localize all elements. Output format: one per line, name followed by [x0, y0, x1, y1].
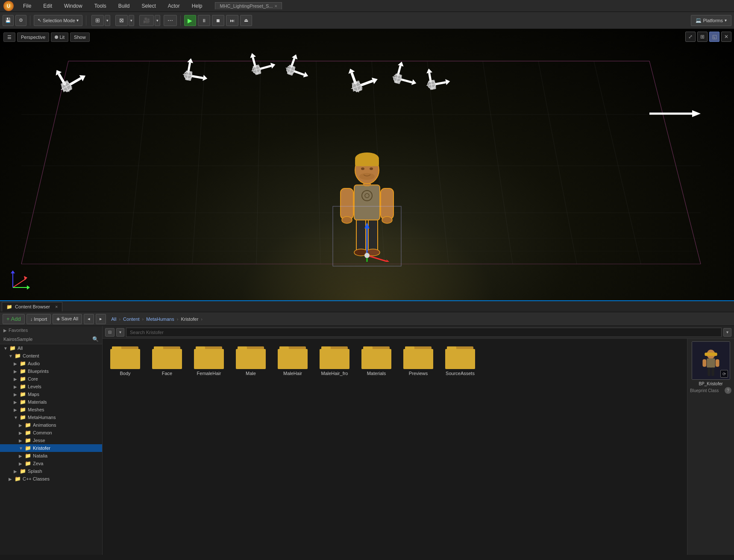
menu-edit[interactable]: Edit [41, 2, 55, 10]
pause-btn[interactable]: ⏸ [198, 15, 210, 26]
asset-help-btn[interactable]: ? [725, 387, 731, 394]
svg-rect-92 [381, 188, 393, 219]
folder-body[interactable]: Body [107, 343, 144, 378]
filter-options-btn[interactable]: ⊟ [105, 328, 115, 337]
tree-item-materials[interactable]: ▶ 📁 Materials [0, 398, 102, 406]
viewport[interactable]: ☰ Perspective Lit Show ⤢ ⊞ ◱ ✕ [0, 29, 734, 300]
folder-face[interactable]: Face [149, 343, 185, 378]
tree-item-kristofer[interactable]: ▼ 📁 Kristofer [0, 444, 102, 452]
nav-fwd-btn[interactable]: ▸ [96, 314, 106, 324]
more-btn[interactable]: ⋯ [164, 15, 177, 26]
folder-icon: 📁 [20, 384, 26, 390]
nav-back-btn[interactable]: ◂ [84, 314, 94, 324]
folder-male[interactable]: Male [232, 343, 269, 378]
add-btn[interactable]: + Add [3, 314, 25, 324]
svg-point-101 [359, 173, 375, 180]
tree-item-c-classes[interactable]: ▶ 📁 C++ Classes [0, 475, 102, 483]
folder-malehair_fro[interactable]: MaleHair_fro [316, 343, 353, 378]
svg-point-93 [342, 217, 352, 223]
viewport-icons-tr: ⤢ ⊞ ◱ ✕ [685, 32, 731, 42]
tree-arrow-icon: ▶ [14, 408, 19, 412]
menu-help[interactable]: Help [189, 2, 205, 10]
menu-build[interactable]: Build [116, 2, 132, 10]
tree-item-metahumans[interactable]: ▼ 📁 MetaHumans [0, 413, 102, 421]
kairos-search-icon[interactable]: 🔍 [92, 336, 99, 342]
tree-item-blueprints[interactable]: ▶ 📁 Blueprints [0, 367, 102, 375]
folder-materials[interactable]: Materials [358, 343, 395, 378]
tree-item-label: Materials [28, 399, 47, 405]
content-browser-tab[interactable]: 📁 Content Browser × [2, 302, 62, 311]
show-btn[interactable]: Show [70, 32, 90, 42]
snap-arrow[interactable]: ▾ [129, 15, 134, 26]
translate-btn[interactable]: ⊞ [91, 15, 104, 26]
tree-item-jesse[interactable]: ▶ 📁 Jesse [0, 437, 102, 444]
menu-tools[interactable]: Tools [92, 2, 109, 10]
tree-item-audio[interactable]: ▶ 📁 Audio [0, 360, 102, 367]
tab-close-icon[interactable]: × [275, 3, 277, 9]
grid-view-btn[interactable]: ⊞ [697, 32, 708, 42]
lit-btn[interactable]: Lit [51, 32, 68, 42]
skip-btn[interactable]: ⏭ [226, 15, 238, 26]
menu-window[interactable]: Window [62, 2, 85, 10]
folder-icon: 📁 [25, 453, 31, 459]
menu-select[interactable]: Select [139, 2, 158, 10]
platforms-btn[interactable]: 💻 Platforms ▾ [691, 15, 731, 26]
tree-item-natalia[interactable]: ▶ 📁 Natalia [0, 452, 102, 460]
layout-btn[interactable]: ◱ [709, 32, 719, 42]
folder-previews[interactable]: Previews [400, 343, 437, 378]
folder-malehair[interactable]: MaleHair [274, 343, 311, 378]
selected-asset-overlay-btn[interactable]: ⟳ [720, 370, 728, 378]
breadcrumb-metahumans[interactable]: MetaHumans [146, 317, 174, 322]
save-btn[interactable]: 💾 [3, 15, 14, 26]
stop-btn[interactable]: ⏹ [212, 15, 224, 26]
breadcrumb-all[interactable]: All [111, 317, 116, 322]
tree-item-core[interactable]: ▶ 📁 Core [0, 375, 102, 383]
breadcrumb-kristofer[interactable]: Kristofer [181, 317, 198, 322]
svg-point-94 [382, 217, 392, 223]
play-btn[interactable]: ▶ [184, 15, 196, 26]
camera-btn[interactable]: 🎥 [139, 15, 154, 26]
tree-item-all[interactable]: ▼ 📁 All [0, 344, 102, 352]
close-viewport-btn[interactable]: ✕ [721, 32, 731, 42]
editor-tab[interactable]: MHC_LightingPreset_S... × [215, 2, 282, 9]
tree-item-common[interactable]: ▶ 📁 Common [0, 429, 102, 437]
translate-arrow[interactable]: ▾ [105, 15, 110, 26]
sep1 [30, 15, 30, 26]
favorites-section[interactable]: ▶ Favorites [0, 326, 102, 334]
platforms-icon: 💻 [696, 18, 702, 23]
settings-btn[interactable]: ⚙ [15, 15, 26, 26]
save-all-btn[interactable]: ◈ Save All [53, 314, 82, 324]
selected-asset-name: BP_Kristofer [699, 381, 722, 386]
camera-group: 🎥 ▾ [139, 15, 160, 26]
search-dropdown-btn[interactable]: ▾ [723, 328, 731, 337]
tree-item-levels[interactable]: ▶ 📁 Levels [0, 383, 102, 390]
selection-mode-icon: ↖ [38, 18, 41, 23]
tree-item-meshes[interactable]: ▶ 📁 Meshes [0, 406, 102, 413]
snap-btn[interactable]: ⊠ [115, 15, 128, 26]
folder-femalehair[interactable]: FemaleHair [191, 343, 227, 378]
viewport-menu-btn[interactable]: ☰ [3, 32, 15, 42]
nav-back-icon: ◂ [88, 316, 90, 322]
menu-actor[interactable]: Actor [165, 2, 182, 10]
maximize-btn[interactable]: ⤢ [685, 32, 696, 42]
eject-btn[interactable]: ⏏ [240, 15, 252, 26]
tree-item-content[interactable]: ▼ 📁 Content [0, 352, 102, 360]
folder-thumbnail [194, 346, 224, 369]
tree-arrow-icon: ▶ [19, 431, 24, 435]
breadcrumb-content[interactable]: Content [123, 317, 140, 322]
perspective-btn[interactable]: Perspective [17, 32, 49, 42]
selection-mode-btn[interactable]: ↖ Selection Mode ▾ [34, 15, 82, 26]
tree-item-splash[interactable]: ▶ 📁 Splash [0, 467, 102, 475]
folder-icon: 📁 [20, 407, 26, 413]
folder-sourceassets[interactable]: SourceAssets [442, 343, 479, 378]
tree-item-maps[interactable]: ▶ 📁 Maps [0, 390, 102, 398]
tree-item-animations[interactable]: ▶ 📁 Animations [0, 421, 102, 429]
folder-name: SourceAssets [446, 371, 475, 376]
filter-dropdown-btn[interactable]: ▾ [116, 328, 124, 337]
search-input[interactable] [126, 328, 722, 337]
content-browser-tab-close[interactable]: × [55, 304, 58, 309]
camera-arrow[interactable]: ▾ [155, 15, 160, 26]
import-btn[interactable]: ↓ Import [26, 314, 51, 324]
menu-file[interactable]: File [21, 2, 34, 10]
tree-item-zeva[interactable]: ▶ 📁 Zeva [0, 460, 102, 467]
